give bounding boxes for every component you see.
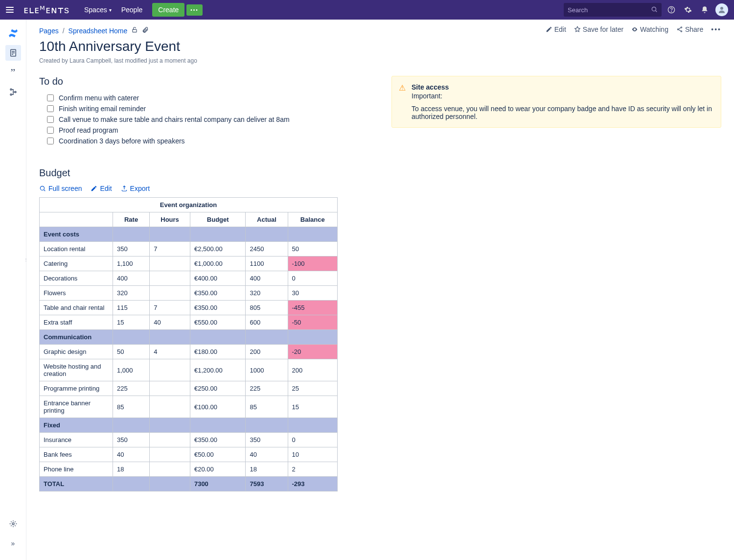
table-cell[interactable]: 15 — [113, 315, 150, 330]
table-cell[interactable]: 50 — [288, 242, 337, 257]
watching-button[interactable]: Watching — [631, 25, 668, 33]
search-icon[interactable] — [651, 6, 658, 14]
table-cell[interactable]: 18 — [246, 462, 288, 477]
table-cell[interactable]: 350 — [113, 433, 150, 447]
notifications-icon[interactable] — [698, 3, 711, 17]
table-cell[interactable] — [190, 227, 246, 242]
table-cell[interactable]: 40 — [113, 447, 150, 462]
create-more-button[interactable]: ••• — [186, 4, 203, 16]
tree-icon[interactable] — [5, 84, 21, 100]
table-cell[interactable] — [246, 418, 288, 433]
table-cell[interactable]: €180.00 — [190, 345, 246, 359]
table-cell[interactable]: 1,100 — [113, 257, 150, 271]
table-cell[interactable] — [190, 418, 246, 433]
table-cell[interactable] — [150, 396, 190, 418]
table-cell[interactable]: 600 — [246, 315, 288, 330]
table-cell[interactable]: 350 — [113, 242, 150, 257]
table-cell[interactable] — [246, 330, 288, 345]
table-cell[interactable]: €20.00 — [190, 462, 246, 477]
table-cell[interactable]: Balance — [288, 212, 337, 227]
table-cell[interactable]: €1,200.00 — [190, 359, 246, 381]
table-cell[interactable]: Website hosting and creation — [40, 359, 113, 381]
expand-icon[interactable]: » — [5, 536, 21, 551]
table-cell[interactable]: Extra staff — [40, 315, 113, 330]
share-button[interactable]: Share — [676, 25, 703, 33]
table-cell[interactable] — [150, 271, 190, 286]
table-cell[interactable]: 320 — [113, 286, 150, 301]
table-cell[interactable]: 0 — [288, 271, 337, 286]
table-cell[interactable]: Insurance — [40, 433, 113, 447]
table-cell[interactable]: 1100 — [246, 257, 288, 271]
table-cell[interactable] — [40, 212, 113, 227]
search-input[interactable] — [568, 6, 651, 14]
table-cell[interactable]: Communication — [40, 330, 113, 345]
table-cell[interactable]: Fixed — [40, 418, 113, 433]
table-cell[interactable]: Bank fees — [40, 447, 113, 462]
table-cell[interactable]: 18 — [113, 462, 150, 477]
table-cell[interactable]: €250.00 — [190, 381, 246, 396]
table-cell[interactable]: €100.00 — [190, 396, 246, 418]
table-cell[interactable]: Location rental — [40, 242, 113, 257]
user-avatar[interactable] — [715, 3, 728, 16]
table-cell[interactable]: 350 — [246, 433, 288, 447]
table-cell[interactable]: Graphic design — [40, 345, 113, 359]
table-cell[interactable]: -455 — [288, 301, 337, 315]
table-cell[interactable]: 10 — [288, 447, 337, 462]
table-cell[interactable] — [150, 433, 190, 447]
table-cell[interactable]: 50 — [113, 345, 150, 359]
table-cell[interactable]: Programme printing — [40, 381, 113, 396]
table-cell[interactable] — [150, 286, 190, 301]
table-cell[interactable]: 85 — [113, 396, 150, 418]
search-box[interactable] — [564, 3, 662, 17]
task-checkbox[interactable] — [47, 94, 54, 101]
app-logo[interactable]: ᴇʟᴇᴹᴇɴᴛs — [23, 4, 69, 16]
table-cell[interactable] — [288, 418, 337, 433]
gear-icon[interactable] — [681, 3, 695, 17]
task-checkbox[interactable] — [47, 127, 54, 134]
table-cell[interactable]: 320 — [246, 286, 288, 301]
table-cell[interactable] — [246, 227, 288, 242]
table-cell[interactable]: Rate — [113, 212, 150, 227]
table-cell[interactable]: 200 — [246, 345, 288, 359]
table-cell[interactable]: 0 — [288, 433, 337, 447]
table-cell[interactable]: 2450 — [246, 242, 288, 257]
attachments-icon[interactable] — [142, 26, 149, 35]
table-cell[interactable]: -293 — [288, 477, 337, 491]
table-cell[interactable]: 15 — [288, 396, 337, 418]
space-settings-icon[interactable] — [5, 516, 21, 532]
more-actions-button[interactable]: ••• — [711, 25, 721, 33]
table-cell[interactable] — [190, 330, 246, 345]
table-cell[interactable] — [150, 477, 190, 491]
nav-people[interactable]: People — [116, 6, 148, 14]
table-cell[interactable] — [150, 418, 190, 433]
table-cell[interactable]: Event costs — [40, 227, 113, 242]
table-cell[interactable]: 7 — [150, 242, 190, 257]
table-cell[interactable]: Flowers — [40, 286, 113, 301]
table-cell[interactable] — [150, 227, 190, 242]
table-cell[interactable]: Actual — [246, 212, 288, 227]
table-cell[interactable] — [113, 418, 150, 433]
table-cell[interactable]: 1,000 — [113, 359, 150, 381]
table-cell[interactable]: Table and chair rental — [40, 301, 113, 315]
table-cell[interactable]: €350.00 — [190, 286, 246, 301]
hamburger-icon[interactable] — [6, 4, 18, 16]
table-cell[interactable]: Entrance banner printing — [40, 396, 113, 418]
table-cell[interactable]: Catering — [40, 257, 113, 271]
table-cell[interactable] — [288, 227, 337, 242]
edit-page-button[interactable]: Edit — [546, 25, 566, 33]
collapse-handle[interactable]: ⋮ — [23, 250, 28, 269]
confluence-icon[interactable] — [5, 25, 21, 41]
table-cell[interactable]: €50.00 — [190, 447, 246, 462]
table-cell[interactable] — [113, 227, 150, 242]
table-cell[interactable]: €2,500.00 — [190, 242, 246, 257]
table-cell[interactable] — [150, 257, 190, 271]
table-cell[interactable]: 7 — [150, 301, 190, 315]
table-cell[interactable]: Budget — [190, 212, 246, 227]
table-cell[interactable]: 400 — [113, 271, 150, 286]
table-cell[interactable]: 85 — [246, 396, 288, 418]
table-cell[interactable]: 400 — [246, 271, 288, 286]
edit-table-button[interactable]: Edit — [91, 185, 112, 192]
table-cell[interactable]: Phone line — [40, 462, 113, 477]
task-checkbox[interactable] — [47, 138, 54, 144]
table-cell[interactable]: Hours — [150, 212, 190, 227]
